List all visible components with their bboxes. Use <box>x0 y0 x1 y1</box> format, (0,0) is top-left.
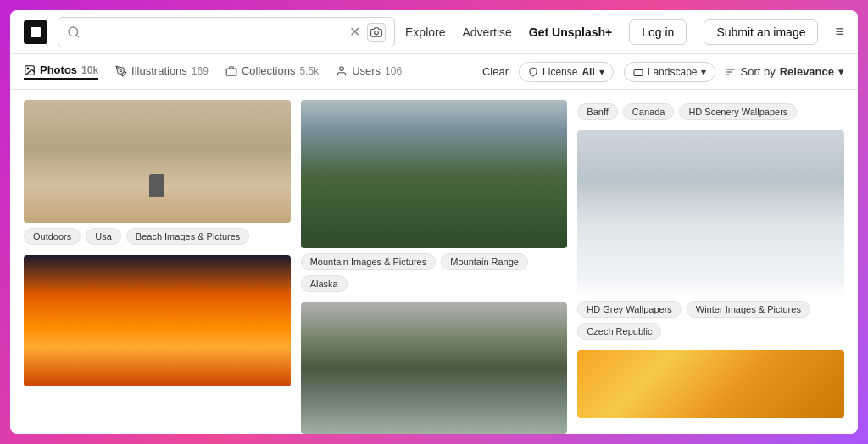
photo-tags-beach-dog: Outdoors Usa Beach Images & Pictures <box>24 228 291 245</box>
masonry-col-2: Mountain Images & Pictures Mountain Rang… <box>301 100 568 424</box>
nav-get-unsplash[interactable]: Get Unsplash+ <box>529 25 612 39</box>
tab-photos[interactable]: Photos 10k <box>24 64 98 80</box>
tag-alaska[interactable]: Alaska <box>301 275 348 292</box>
license-value: All <box>581 66 594 78</box>
tab-illustrations-count: 169 <box>192 65 209 77</box>
photo-card-mountain-valley[interactable]: Mountain Images & Pictures Mountain Rang… <box>301 100 568 292</box>
photo-image-orange-sky[interactable] <box>24 255 291 386</box>
tag-mountain-range[interactable]: Mountain Range <box>441 253 528 270</box>
tab-photos-label: Photos <box>40 64 77 76</box>
login-button[interactable]: Log in <box>629 19 687 45</box>
visual-search-button[interactable] <box>367 23 386 42</box>
tag-hd-scenery[interactable]: HD Scenery Wallpapers <box>679 103 797 120</box>
svg-line-1 <box>76 35 79 37</box>
tab-users-count: 106 <box>385 65 402 77</box>
camera-icon <box>370 26 382 38</box>
sort-value: Relevance <box>780 65 834 78</box>
logo[interactable] <box>24 20 47 44</box>
orientation-chevron-icon: ▾ <box>701 66 706 78</box>
svg-point-5 <box>120 69 121 71</box>
search-icon <box>67 25 81 39</box>
header: mountains ✕ Explore Advertise Get Unspla… <box>10 10 858 54</box>
svg-rect-8 <box>634 69 643 75</box>
tag-czech-republic[interactable]: Czech Republic <box>577 323 661 340</box>
photo-card-desert[interactable] <box>577 350 844 418</box>
app-window: mountains ✕ Explore Advertise Get Unspla… <box>10 10 858 434</box>
logo-mark <box>31 27 41 37</box>
svg-point-7 <box>340 66 344 70</box>
license-filter[interactable]: License All ▾ <box>519 62 614 82</box>
photo-card-snow[interactable]: HD Grey Wallpapers Winter Images & Pictu… <box>577 130 844 340</box>
menu-icon[interactable]: ≡ <box>835 23 844 41</box>
clear-search-icon[interactable]: ✕ <box>349 24 360 40</box>
tag-usa[interactable]: Usa <box>86 228 121 245</box>
orientation-label: Landscape <box>648 66 698 78</box>
tag-mountain-images[interactable]: Mountain Images & Pictures <box>301 253 437 270</box>
photos-tab-icon <box>24 64 36 76</box>
tag-banff[interactable]: Banff <box>577 103 618 120</box>
search-input[interactable]: mountains <box>87 25 342 39</box>
tab-users[interactable]: Users 106 <box>336 64 402 79</box>
tab-photos-count: 10k <box>81 64 98 76</box>
orientation-filter[interactable]: Landscape ▾ <box>624 62 716 82</box>
tag-winter-images[interactable]: Winter Images & Pictures <box>687 301 810 318</box>
search-bar: mountains ✕ <box>58 17 395 47</box>
photo-image-beach-dog[interactable] <box>24 100 291 223</box>
tab-users-label: Users <box>352 64 381 77</box>
sort-control[interactable]: Sort by Relevance ▾ <box>726 65 844 78</box>
sort-icon <box>726 67 736 77</box>
svg-point-0 <box>69 27 78 36</box>
license-label: License <box>542 66 577 78</box>
collections-tab-icon <box>225 65 237 77</box>
masonry-grid: Outdoors Usa Beach Images & Pictures Mo <box>10 90 858 434</box>
landscape-icon <box>633 67 643 77</box>
tab-illustrations[interactable]: Illustrations 169 <box>115 64 209 79</box>
license-icon <box>528 67 538 77</box>
tag-beach-images[interactable]: Beach Images & Pictures <box>126 228 250 245</box>
photo-image-snow[interactable] <box>577 130 844 296</box>
nav-links: Explore Advertise Get Unsplash+ Log in S… <box>405 19 844 45</box>
photo-card-beach-dog[interactable]: Outdoors Usa Beach Images & Pictures <box>24 100 291 245</box>
masonry-col-1: Outdoors Usa Beach Images & Pictures <box>24 100 291 424</box>
sort-chevron-icon: ▾ <box>838 65 844 78</box>
license-chevron-icon: ▾ <box>599 66 604 78</box>
photo-card-orange-sky[interactable] <box>24 255 291 386</box>
tag-hd-grey[interactable]: HD Grey Wallpapers <box>577 301 681 318</box>
tab-illustrations-label: Illustrations <box>131 64 187 77</box>
photo-tags-mountain-valley: Mountain Images & Pictures Mountain Rang… <box>301 253 568 292</box>
users-tab-icon <box>336 65 348 77</box>
tag-canada[interactable]: Canada <box>623 103 675 120</box>
photo-image-river[interactable] <box>301 302 568 434</box>
photo-card-river[interactable]: Nature Images HD Wallpapers HD Water Wal… <box>301 302 568 434</box>
clear-button[interactable]: Clear <box>482 65 509 78</box>
nav-advertise[interactable]: Advertise <box>462 25 511 39</box>
nav-explore[interactable]: Explore <box>405 25 445 39</box>
masonry-col-3: Banff Canada HD Scenery Wallpapers HD Gr… <box>577 100 844 424</box>
svg-point-2 <box>375 31 379 35</box>
tab-collections-count: 5.5k <box>299 65 319 77</box>
sort-label: Sort by <box>740 65 775 78</box>
photo-tags-snow: HD Grey Wallpapers Winter Images & Pictu… <box>577 301 844 340</box>
content-area: Outdoors Usa Beach Images & Pictures Mo <box>10 90 858 434</box>
svg-rect-6 <box>226 69 236 75</box>
filter-right: Clear License All ▾ Landscape ▾ Sort by … <box>482 62 844 82</box>
submit-image-button[interactable]: Submit an image <box>704 19 818 45</box>
photo-image-desert[interactable] <box>577 350 844 418</box>
tab-collections[interactable]: Collections 5.5k <box>225 64 319 79</box>
illustrations-tab-icon <box>115 65 127 77</box>
tab-collections-label: Collections <box>242 64 296 77</box>
svg-point-4 <box>27 68 29 69</box>
tag-outdoors[interactable]: Outdoors <box>24 228 81 245</box>
related-tags-row: Banff Canada HD Scenery Wallpapers <box>577 100 844 120</box>
filter-bar: Photos 10k Illustrations 169 Collections… <box>10 54 858 90</box>
photo-image-mountain-valley[interactable] <box>301 100 568 248</box>
